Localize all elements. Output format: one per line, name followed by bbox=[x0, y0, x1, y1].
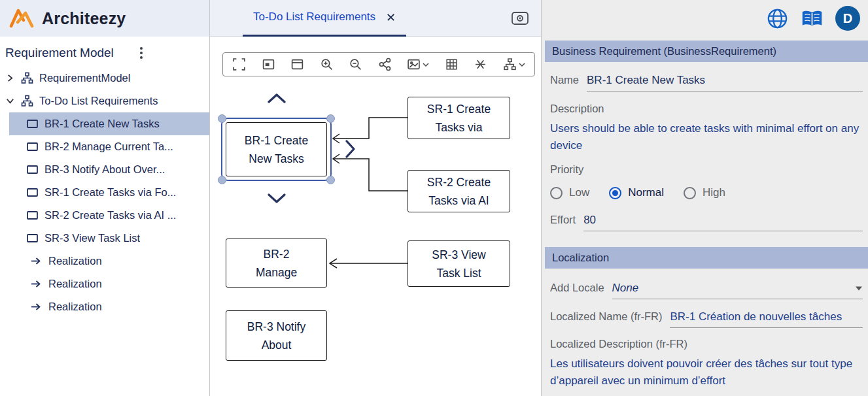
tree-item-realization-1[interactable]: Realization bbox=[0, 250, 209, 272]
tree-item-sr2[interactable]: SR-2 Create Tasks via AI ... bbox=[0, 204, 209, 227]
header-row-icon[interactable] bbox=[290, 58, 304, 71]
tree-item-br1[interactable]: BR-1 Create New Tasks bbox=[0, 112, 209, 135]
node-label: SR-2 Create bbox=[427, 173, 491, 191]
editor-area: To-Do List Requirements bbox=[210, 0, 541, 396]
resize-handle[interactable] bbox=[218, 114, 226, 123]
diagram-node-br1[interactable]: BR-1 Create New Tasks bbox=[226, 122, 327, 176]
resize-handle[interactable] bbox=[326, 176, 335, 184]
app-title: Architeezy bbox=[42, 9, 126, 28]
priority-options: Low Normal High bbox=[550, 186, 868, 199]
node-label: New Tasks bbox=[249, 150, 304, 168]
tree-item-label: BR-1 Create New Tasks bbox=[44, 118, 160, 130]
tree-item-label: RequirementModel bbox=[39, 72, 130, 84]
share-icon[interactable] bbox=[378, 58, 392, 71]
expand-up-icon[interactable] bbox=[267, 93, 286, 103]
node-label: Tasks via bbox=[436, 118, 483, 137]
name-label: Name bbox=[550, 74, 579, 86]
add-locale-label: Add Locale bbox=[550, 282, 604, 294]
localized-description-label: Localized Description (fr-FR) bbox=[550, 338, 687, 350]
tree-item-label: Realization bbox=[48, 301, 102, 313]
fit-view-icon[interactable] bbox=[262, 58, 275, 71]
properties-panel: D Business Requirement (BusinessRequirem… bbox=[541, 0, 868, 396]
section-header-business-requirement: Business Requirement (BusinessRequiremen… bbox=[545, 41, 868, 62]
diagram-node-sr3[interactable]: SR-3 View Task List bbox=[408, 240, 510, 287]
node-label: SR-1 Create bbox=[427, 100, 491, 118]
priority-radio-normal[interactable]: Normal bbox=[609, 186, 664, 199]
tree-item-label: BR-2 Manage Current Ta... bbox=[44, 140, 173, 153]
fullscreen-icon[interactable] bbox=[232, 58, 246, 71]
chevron-down-icon[interactable] bbox=[519, 62, 525, 67]
grid-icon[interactable] bbox=[445, 58, 459, 71]
resize-handle[interactable] bbox=[326, 114, 335, 123]
top-right-icons: D bbox=[766, 6, 860, 31]
description-input[interactable]: Users should be able to create tasks wit… bbox=[550, 120, 861, 154]
edge-sr2-br1 bbox=[334, 159, 408, 191]
radio-icon bbox=[684, 187, 696, 199]
tree-item-sr1[interactable]: SR-1 Create Tasks via Fo... bbox=[0, 181, 209, 204]
localized-name-input[interactable]: BR-1 Création de nouvelles tâches bbox=[670, 310, 863, 328]
node-label: Manage bbox=[256, 263, 297, 282]
app-logo-icon bbox=[9, 8, 34, 29]
model-tree: RequirementModel To-Do List Requirements… bbox=[0, 67, 209, 318]
user-avatar[interactable]: D bbox=[835, 6, 860, 31]
tree-item-sr3[interactable]: SR-3 View Task List bbox=[0, 227, 209, 250]
tree-item-requirement-model[interactable]: RequirementModel bbox=[0, 67, 209, 90]
tree-item-realization-2[interactable]: Realization bbox=[0, 272, 209, 295]
diagram-node-sr2[interactable]: SR-2 Create Tasks via AI bbox=[408, 170, 510, 212]
snap-icon[interactable] bbox=[474, 58, 487, 71]
realization-arrow-icon bbox=[30, 301, 43, 313]
tree-item-br3[interactable]: BR-3 Notify About Over... bbox=[0, 158, 209, 181]
diagram-node-sr1[interactable]: SR-1 Create Tasks via bbox=[408, 97, 510, 139]
description-label: Description bbox=[550, 103, 604, 115]
model-icon bbox=[21, 72, 33, 84]
effort-input[interactable]: 80 bbox=[583, 214, 863, 231]
radio-label: Low bbox=[569, 186, 589, 199]
priority-radio-high[interactable]: High bbox=[684, 186, 725, 199]
radio-icon bbox=[609, 187, 621, 199]
globe-icon[interactable] bbox=[766, 7, 789, 30]
tree-item-label: Realization bbox=[48, 255, 102, 267]
chevron-down-icon[interactable] bbox=[423, 62, 429, 67]
tree-item-br2[interactable]: BR-2 Manage Current Ta... bbox=[0, 135, 209, 158]
realization-arrow-icon bbox=[30, 255, 43, 267]
edge-sr1-br1 bbox=[334, 118, 408, 139]
priority-label: Priority bbox=[550, 163, 583, 176]
priority-radio-low[interactable]: Low bbox=[550, 186, 589, 199]
expand-right-icon[interactable] bbox=[345, 139, 355, 159]
sidebar: Architeezy Requirement Model Requirement… bbox=[0, 0, 210, 396]
tree-item-label: Realization bbox=[48, 278, 102, 290]
node-label: Tasks via AI bbox=[428, 191, 489, 210]
requirement-icon bbox=[26, 140, 39, 153]
tree-item-label: To-Do List Requirements bbox=[39, 95, 158, 107]
model-menu-icon[interactable] bbox=[136, 46, 147, 60]
node-label: About bbox=[262, 336, 292, 354]
section-header-localization: Localization bbox=[545, 247, 868, 269]
tree-item-label: SR-3 View Task List bbox=[44, 232, 140, 244]
node-label: SR-3 View bbox=[432, 246, 485, 264]
chevron-down-icon[interactable] bbox=[5, 96, 15, 106]
zoom-out-icon[interactable] bbox=[349, 58, 362, 71]
diagram-toolbar bbox=[222, 52, 535, 76]
tree-item-realization-3[interactable]: Realization bbox=[0, 295, 209, 318]
node-label: BR-2 bbox=[264, 245, 290, 263]
node-label: BR-1 Create bbox=[245, 131, 308, 150]
export-image-icon[interactable] bbox=[407, 58, 429, 71]
add-locale-select[interactable]: None bbox=[612, 282, 863, 299]
diagram-node-br2[interactable]: BR-2 Manage bbox=[226, 239, 327, 288]
auto-layout-icon[interactable] bbox=[503, 58, 525, 71]
localized-description-input[interactable]: Les utilisateurs doivent pouvoir créer d… bbox=[550, 355, 861, 389]
zoom-in-icon[interactable] bbox=[320, 58, 334, 71]
book-icon[interactable] bbox=[801, 7, 824, 30]
app-header: Architeezy bbox=[0, 0, 209, 37]
tree-item-todo-list-requirements[interactable]: To-Do List Requirements bbox=[0, 90, 209, 112]
diagram-node-br3[interactable]: BR-3 Notify About bbox=[226, 310, 327, 361]
resize-handle[interactable] bbox=[218, 176, 226, 184]
expand-down-icon[interactable] bbox=[267, 193, 286, 204]
localized-name-label: Localized Name (fr-FR) bbox=[550, 310, 662, 323]
tree-item-label: SR-1 Create Tasks via Fo... bbox=[44, 186, 176, 199]
requirement-icon bbox=[26, 118, 39, 130]
realization-arrow-icon bbox=[30, 278, 43, 290]
chevron-right-icon[interactable] bbox=[5, 73, 15, 83]
model-panel-title: Requirement Model bbox=[5, 46, 114, 60]
name-input[interactable]: BR-1 Create New Tasks bbox=[587, 74, 863, 91]
